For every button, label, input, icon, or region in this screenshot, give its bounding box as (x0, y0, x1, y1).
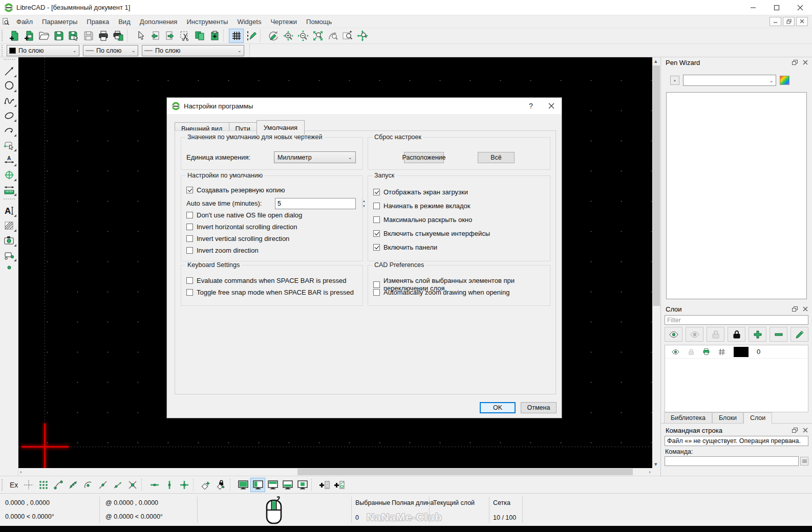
lock-all-layers-button[interactable] (728, 327, 745, 342)
dialog-close-button[interactable] (541, 98, 562, 114)
horizontal-scrollbar-thumb[interactable] (297, 469, 633, 475)
float-panel-icon[interactable] (792, 306, 798, 312)
dimension-tool-button[interactable]: A (1, 152, 17, 167)
checkbox-icon[interactable] (373, 289, 380, 296)
minimize-button[interactable] (741, 0, 765, 15)
menu-drawings[interactable]: Чертежи (266, 16, 302, 27)
pen-wizard-up-button[interactable]: ▴ (670, 76, 679, 85)
new-from-template-button[interactable] (22, 29, 36, 43)
undo-button[interactable] (147, 29, 162, 43)
command-options-button[interactable] (800, 457, 808, 465)
snap-distance-button[interactable] (110, 478, 125, 492)
menu-tools[interactable]: Инструменты (182, 16, 232, 27)
save-all-button[interactable] (81, 29, 96, 43)
pen-wizard-select[interactable]: ⌄ (683, 75, 776, 86)
hide-all-layers-button[interactable] (686, 327, 703, 342)
autosave-spinbox[interactable]: ▲▼ (275, 198, 356, 209)
zoom-window-button[interactable] (340, 29, 355, 43)
unit-select[interactable]: Миллиметр ⌄ (274, 151, 356, 163)
remove-layer-button[interactable] (770, 327, 787, 342)
checkbox-icon[interactable] (186, 187, 193, 193)
restrict-orthogonal-button[interactable] (177, 478, 191, 492)
menu-file[interactable]: Файл (12, 16, 37, 27)
tab-blocks[interactable]: Блоки (712, 412, 743, 423)
mdi-close-button[interactable] (796, 17, 808, 26)
layer-construction-icon[interactable] (718, 348, 725, 356)
scroll-up-icon[interactable]: ▴ (654, 58, 657, 64)
cut-button[interactable] (177, 29, 192, 43)
set-relative-zero-button[interactable] (199, 478, 213, 492)
checkbox-auto-zoom[interactable]: Automatically zoom drawing when opening (373, 289, 509, 296)
select-tool-button[interactable] (1, 138, 17, 152)
snap-center-button[interactable] (80, 478, 95, 492)
checkbox-native-dialog[interactable]: Don't use native OS file open dialog (186, 211, 302, 219)
paste-button[interactable] (207, 29, 222, 43)
grid-toggle-button[interactable] (229, 29, 244, 43)
snap-intersection-button[interactable] (125, 478, 140, 492)
zoom-redraw-button[interactable] (266, 29, 281, 43)
layer-list[interactable]: 0 (665, 345, 808, 412)
ok-button[interactable]: OK (480, 402, 516, 413)
cancel-button[interactable]: Отмена (521, 402, 557, 413)
open-button[interactable] (36, 29, 51, 43)
snap-on-entity-button[interactable] (66, 478, 80, 492)
unlock-all-layers-button[interactable] (707, 327, 724, 342)
modify-move-tool-button[interactable] (1, 167, 17, 182)
checkbox-icon[interactable] (373, 230, 380, 237)
zoom-auto-button[interactable] (310, 29, 325, 43)
polyline-tool-button[interactable] (1, 123, 17, 138)
close-panel-icon[interactable] (803, 306, 808, 312)
menu-plugins[interactable]: Дополнения (135, 16, 182, 27)
checkbox-invert-horizontal[interactable]: Invert horizontal scrolling direction (186, 223, 297, 231)
lock-relative-zero-button[interactable] (213, 478, 228, 492)
spin-up-icon[interactable]: ▲ (362, 198, 366, 204)
edit-layer-button[interactable] (790, 327, 808, 342)
dock-area-right-button[interactable] (250, 478, 265, 492)
reset-all-button[interactable]: Всё (478, 152, 515, 163)
checkbox-icon[interactable] (186, 212, 193, 218)
toolbar-handle[interactable] (2, 479, 5, 491)
float-panel-icon[interactable] (792, 428, 798, 433)
checkbox-icon[interactable] (373, 189, 380, 195)
menu-help[interactable]: Помощь (302, 16, 336, 27)
dock-area-bottom-button[interactable] (280, 478, 295, 492)
toolbar-handle[interactable] (2, 45, 5, 56)
vertical-scrollbar-thumb[interactable] (653, 65, 660, 306)
zoom-previous-button[interactable] (325, 29, 340, 43)
vertical-scrollbar[interactable]: ▴ ▾ (652, 57, 660, 468)
zoom-in-button[interactable] (281, 29, 295, 43)
mdi-restore-button[interactable] (783, 17, 795, 26)
tab-library[interactable]: Библиотека (664, 412, 712, 423)
copy-button[interactable] (192, 29, 207, 43)
spin-down-icon[interactable]: ▼ (362, 204, 366, 209)
command-input[interactable] (665, 456, 799, 466)
layer-visible-icon[interactable] (671, 349, 680, 355)
scroll-down-icon[interactable]: ▾ (654, 461, 657, 467)
checkbox-icon[interactable] (186, 224, 193, 230)
checkbox-icon[interactable] (186, 247, 193, 254)
line-tool-button[interactable] (1, 63, 17, 78)
add-entity-draw-button[interactable] (332, 478, 347, 492)
save-as-button[interactable] (66, 29, 81, 43)
pen-wizard-list[interactable] (666, 92, 807, 299)
checkbox-invert-zoom[interactable]: Invert zoom direction (186, 247, 259, 254)
float-panel-icon[interactable] (792, 60, 798, 65)
tab-defaults[interactable]: Умолчания (257, 120, 305, 135)
tab-layers[interactable]: Слои (743, 412, 772, 424)
checkbox-icon[interactable] (186, 289, 193, 296)
reset-layout-button[interactable]: Расположение (404, 152, 444, 163)
maximize-button[interactable] (765, 0, 788, 15)
spline-tool-button[interactable] (1, 93, 17, 108)
close-button[interactable] (788, 0, 812, 15)
circle-tool-button[interactable] (1, 78, 17, 93)
checkbox-splash[interactable]: Отображать экран загрузки (373, 188, 468, 196)
mdi-minimize-button[interactable] (770, 17, 781, 26)
selection-pointer-button[interactable] (133, 29, 147, 43)
image-tool-button[interactable] (1, 233, 17, 248)
scroll-right-icon[interactable]: › (649, 469, 651, 475)
text-tool-button[interactable]: A (1, 203, 17, 218)
layer-print-icon[interactable] (702, 348, 710, 356)
pen-width-select[interactable]: По слою ⌄ (83, 45, 138, 56)
pen-color-select[interactable]: По слою ⌄ (7, 45, 79, 56)
checkbox-backup[interactable]: Создавать резервную копию (186, 186, 285, 194)
